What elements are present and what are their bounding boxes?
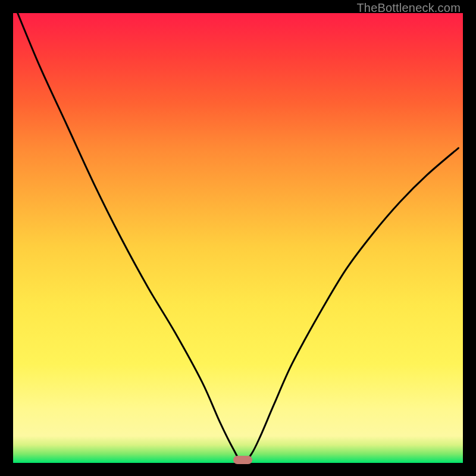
bottleneck-curve xyxy=(18,13,459,463)
chart-frame: TheBottleneck.com xyxy=(0,0,476,476)
minimum-marker xyxy=(233,456,252,464)
plot-area xyxy=(13,13,463,463)
curve-svg xyxy=(13,13,463,463)
